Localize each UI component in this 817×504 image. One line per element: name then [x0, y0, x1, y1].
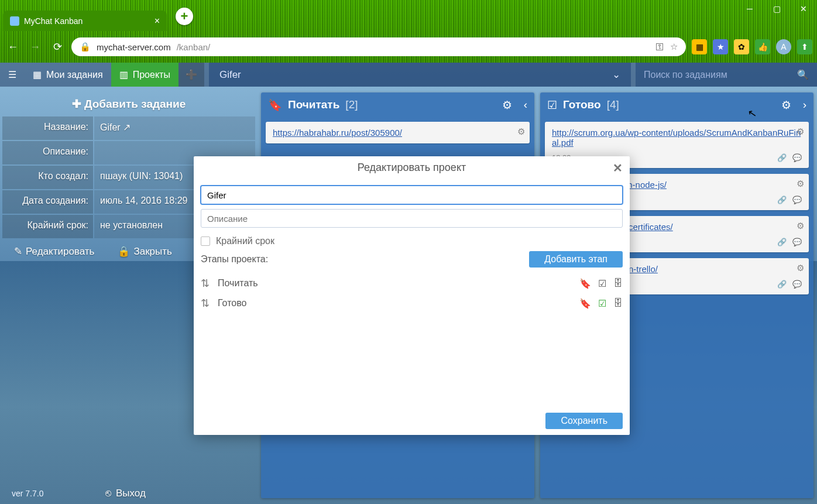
- deadline-checkbox-label: Крайний срок: [216, 236, 274, 246]
- extension-icon[interactable]: ⬆: [797, 39, 812, 54]
- stage-row: ⇅Почитать🔖☑🗄: [201, 273, 623, 293]
- save-button[interactable]: Сохранить: [545, 413, 623, 429]
- window-maximize-icon[interactable]: ▢: [763, 0, 790, 18]
- archive-icon[interactable]: 🗄: [613, 298, 623, 309]
- profile-avatar[interactable]: A: [776, 39, 791, 54]
- deadline-checkbox[interactable]: [201, 236, 210, 246]
- extension-icon[interactable]: 👍: [755, 39, 770, 54]
- extension-icon[interactable]: ✿: [734, 39, 749, 54]
- stage-name: Почитать: [218, 278, 571, 289]
- forward-button[interactable]: →: [27, 39, 43, 55]
- tab-title: MyChat Kanban: [24, 16, 83, 26]
- modal-title: Редактировать проект: [358, 162, 466, 174]
- url-host: mychat-server.com: [97, 42, 171, 52]
- add-stage-button[interactable]: Добавить этап: [529, 251, 623, 268]
- stage-name: Готово: [218, 298, 571, 308]
- edit-project-modal: Редактировать проект ✕ Крайний срок Этап…: [194, 156, 630, 435]
- window-minimize-icon[interactable]: ─: [736, 0, 763, 18]
- tab-favicon: [10, 16, 19, 26]
- bookmark-icon[interactable]: 🔖: [579, 278, 591, 289]
- project-name-input[interactable]: [201, 186, 623, 204]
- extension-icon[interactable]: ★: [713, 39, 728, 54]
- back-button[interactable]: ←: [5, 39, 21, 55]
- lock-icon: 🔒: [80, 42, 91, 52]
- stages-label: Этапы проекта:: [201, 254, 268, 265]
- drag-handle-icon[interactable]: ⇅: [201, 297, 210, 310]
- stage-row: ⇅Готово🔖☑🗄: [201, 293, 623, 313]
- drag-handle-icon[interactable]: ⇅: [201, 277, 210, 290]
- address-bar[interactable]: 🔒 mychat-server.com/kanban/ ⚿ ☆: [71, 37, 686, 56]
- modal-close-icon[interactable]: ✕: [613, 161, 623, 175]
- check-icon[interactable]: ☑: [598, 278, 606, 289]
- reload-button[interactable]: ⟳: [49, 39, 66, 55]
- window-close-icon[interactable]: ✕: [790, 0, 817, 18]
- archive-icon[interactable]: 🗄: [613, 278, 623, 289]
- project-desc-input[interactable]: [201, 209, 623, 228]
- new-tab-button[interactable]: +: [176, 8, 193, 25]
- key-icon[interactable]: ⚿: [655, 42, 664, 52]
- star-icon[interactable]: ☆: [670, 42, 678, 52]
- bookmark-icon[interactable]: 🔖: [579, 298, 591, 309]
- url-path: /kanban/: [177, 42, 211, 52]
- extension-icon[interactable]: ▦: [692, 39, 707, 54]
- browser-tab[interactable]: MyChat Kanban ×: [3, 11, 167, 31]
- tab-close-icon[interactable]: ×: [155, 16, 160, 26]
- check-icon[interactable]: ☑: [598, 298, 606, 309]
